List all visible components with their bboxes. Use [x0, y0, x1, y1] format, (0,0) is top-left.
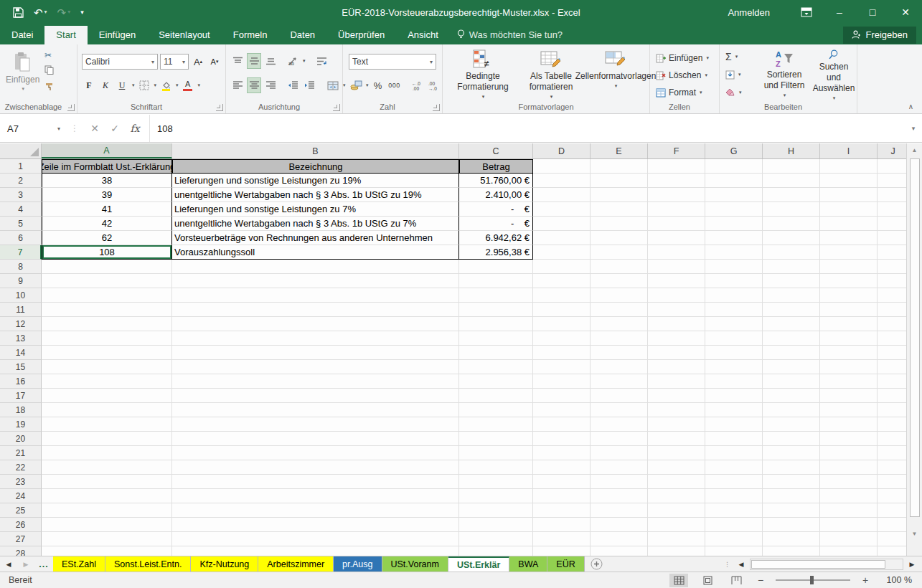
align-middle-icon[interactable]	[247, 53, 261, 69]
cell-B27[interactable]	[172, 532, 459, 546]
cell-G19[interactable]	[705, 417, 763, 432]
cell-G15[interactable]	[705, 360, 763, 374]
row-header-14[interactable]: 14	[0, 346, 42, 360]
cell-C20[interactable]	[459, 432, 533, 446]
cell-I8[interactable]	[820, 260, 878, 274]
cell-C17[interactable]	[459, 389, 533, 403]
cell-B2[interactable]: Lieferungen und sonstige Leistungen zu 1…	[172, 174, 459, 188]
cell-I12[interactable]	[820, 317, 878, 331]
cell-J20[interactable]	[878, 432, 906, 446]
cell-B10[interactable]	[172, 288, 459, 303]
font-dialog-launcher[interactable]	[216, 104, 223, 111]
customize-qat-icon[interactable]: ▾	[80, 9, 84, 16]
cell-D7[interactable]	[533, 245, 591, 260]
new-sheet-button[interactable]	[585, 556, 609, 572]
align-center-icon[interactable]	[247, 77, 261, 93]
cell-B21[interactable]	[172, 446, 459, 460]
cell-F21[interactable]	[648, 446, 705, 460]
cell-E27[interactable]	[591, 532, 648, 546]
sheet-tab-pr.ausg[interactable]: pr.Ausg	[334, 556, 382, 572]
font-color-icon[interactable]: A	[181, 77, 195, 93]
cell-I14[interactable]	[820, 346, 878, 360]
cell-H26[interactable]	[763, 518, 820, 532]
number-dialog-launcher[interactable]	[433, 104, 440, 111]
cell-H23[interactable]	[763, 475, 820, 489]
column-header-J[interactable]: J	[878, 143, 906, 158]
cell-B25[interactable]	[172, 503, 459, 518]
cell-B6[interactable]: Vorsteuerbeträge von Rechnungen aus ande…	[172, 231, 459, 245]
cell-F4[interactable]	[648, 202, 705, 217]
align-left-icon[interactable]	[230, 77, 245, 93]
horizontal-scroll-thumb[interactable]	[751, 560, 885, 569]
cell-F16[interactable]	[648, 374, 705, 389]
cell-F14[interactable]	[648, 346, 705, 360]
cell-C19[interactable]	[459, 417, 533, 432]
cell-A6[interactable]: 62	[42, 231, 172, 245]
cell-F24[interactable]	[648, 489, 705, 503]
cell-I10[interactable]	[820, 288, 878, 303]
cell-I18[interactable]	[820, 403, 878, 417]
ribbon-tab-datei[interactable]: Datei	[0, 26, 44, 44]
zoom-in-icon[interactable]: +	[860, 574, 870, 586]
cell-D3[interactable]	[533, 188, 591, 202]
cell-G13[interactable]	[705, 331, 763, 346]
cell-C1[interactable]: Betrag	[459, 159, 533, 174]
cell-H6[interactable]	[763, 231, 820, 245]
cell-H13[interactable]	[763, 331, 820, 346]
cell-F25[interactable]	[648, 503, 705, 518]
cell-A25[interactable]	[42, 503, 172, 518]
increase-decimal-icon[interactable]: ←.0,00	[410, 77, 424, 93]
cell-C5[interactable]: - €	[459, 217, 533, 231]
cell-C26[interactable]	[459, 518, 533, 532]
cell-A15[interactable]	[42, 360, 172, 374]
column-header-E[interactable]: E	[591, 143, 648, 158]
cell-J4[interactable]	[878, 202, 906, 217]
cell-H5[interactable]	[763, 217, 820, 231]
collapse-ribbon-icon[interactable]: ∧	[908, 103, 913, 110]
cell-H4[interactable]	[763, 202, 820, 217]
row-header-7[interactable]: 7	[0, 245, 42, 260]
cell-J9[interactable]	[878, 274, 906, 288]
cell-B19[interactable]	[172, 417, 459, 432]
cell-B17[interactable]	[172, 389, 459, 403]
cell-G4[interactable]	[705, 202, 763, 217]
cell-E24[interactable]	[591, 489, 648, 503]
percent-style-icon[interactable]: %	[371, 77, 385, 93]
cell-C25[interactable]	[459, 503, 533, 518]
cell-G2[interactable]	[705, 174, 763, 188]
row-header-24[interactable]: 24	[0, 489, 42, 503]
cell-C8[interactable]	[459, 260, 533, 274]
cell-E2[interactable]	[591, 174, 648, 188]
cell-B4[interactable]: Lieferungen und sonstige Leistungen zu 7…	[172, 202, 459, 217]
cell-E16[interactable]	[591, 374, 648, 389]
cell-I19[interactable]	[820, 417, 878, 432]
cell-H27[interactable]	[763, 532, 820, 546]
format-painter-icon[interactable]	[44, 82, 54, 93]
cell-I3[interactable]	[820, 188, 878, 202]
align-top-icon[interactable]	[230, 53, 245, 69]
cell-E20[interactable]	[591, 432, 648, 446]
cell-I17[interactable]	[820, 389, 878, 403]
cell-D25[interactable]	[533, 503, 591, 518]
cell-A11[interactable]	[42, 303, 172, 317]
cell-D24[interactable]	[533, 489, 591, 503]
cell-G23[interactable]	[705, 475, 763, 489]
cell-H21[interactable]	[763, 446, 820, 460]
cell-I11[interactable]	[820, 303, 878, 317]
cell-H25[interactable]	[763, 503, 820, 518]
merge-center-icon[interactable]	[326, 77, 340, 93]
cell-B18[interactable]	[172, 403, 459, 417]
cell-E1[interactable]	[591, 159, 648, 174]
cell-B26[interactable]	[172, 518, 459, 532]
cell-A27[interactable]	[42, 532, 172, 546]
cell-B14[interactable]	[172, 346, 459, 360]
ribbon-tab-überprüfen[interactable]: Überprüfen	[326, 26, 396, 44]
cell-F3[interactable]	[648, 188, 705, 202]
cell-J21[interactable]	[878, 446, 906, 460]
horizontal-scrollbar[interactable]: ◀ ▶	[733, 556, 921, 572]
row-header-27[interactable]: 27	[0, 532, 42, 546]
select-all-corner[interactable]	[0, 143, 42, 158]
cell-E10[interactable]	[591, 288, 648, 303]
cell-C16[interactable]	[459, 374, 533, 389]
cell-D4[interactable]	[533, 202, 591, 217]
